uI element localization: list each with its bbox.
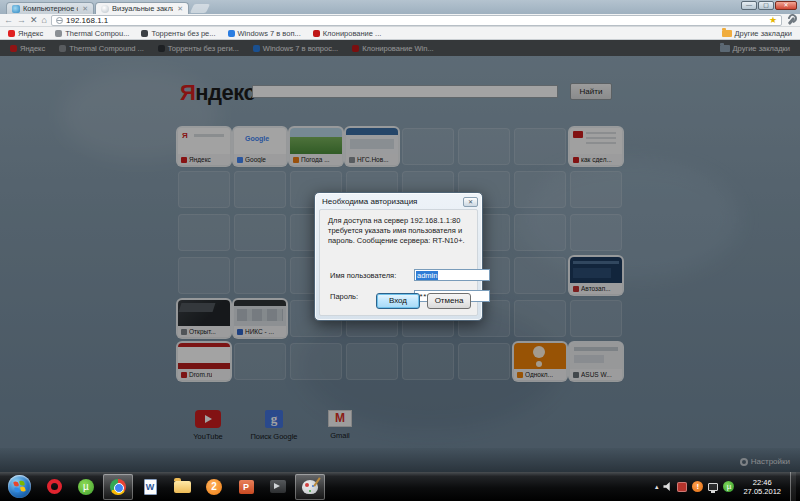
bookmark-favicon-icon <box>141 30 148 37</box>
tab-title: Визуальные закладки <box>112 4 173 13</box>
login-button[interactable]: Вход <box>376 293 420 309</box>
tab-visual-bookmarks[interactable]: Визуальные закладки ✕ <box>95 2 189 14</box>
volume-icon[interactable] <box>663 482 672 491</box>
hidden-icons-arrow-icon[interactable]: ▴ <box>655 483 659 491</box>
bookmark-label: Яндекс <box>18 29 43 38</box>
dialog-message: Для доступа на сервер 192.168.1.1:80 тре… <box>328 216 476 246</box>
taskbar-paint-button[interactable] <box>295 474 325 500</box>
bookmarks-bar: ЯндексThermal Compou...Торренты без ре..… <box>0 27 800 40</box>
home-icon[interactable]: ⌂ <box>42 15 47 26</box>
minimize-button[interactable]: — <box>741 1 757 10</box>
close-button[interactable]: ✕ <box>775 1 797 10</box>
show-desktop-button[interactable] <box>790 472 796 501</box>
backup-icon <box>270 480 286 493</box>
tab-strip: Компьютерное обору ✕ Визуальные закладки… <box>0 0 800 14</box>
taskbar-apps: µW2P <box>39 474 325 500</box>
bookmark-label: Windows 7 в воп... <box>238 29 301 38</box>
2gis-icon: 2 <box>206 479 222 495</box>
powerpoint-icon: P <box>239 480 254 494</box>
bookmark-item[interactable]: Яндекс <box>8 29 43 38</box>
username-row: Имя пользователя: admin <box>330 271 396 280</box>
bookmark-label: Торренты без ре... <box>151 29 215 38</box>
new-tab-button[interactable] <box>190 4 210 13</box>
windows-taskbar: µW2P ▴ ! µ 22:46 27.05.2012 <box>0 472 800 501</box>
bookmarks-items: ЯндексThermal Compou...Торренты без ре..… <box>8 29 381 38</box>
start-button[interactable] <box>8 475 31 498</box>
bookmark-favicon-icon <box>55 30 62 37</box>
bookmark-item[interactable]: Клонирование ... <box>313 29 382 38</box>
windows-flag-icon <box>13 480 25 492</box>
bookmark-item[interactable]: Windows 7 в воп... <box>228 29 301 38</box>
taskbar-chrome-button[interactable] <box>103 474 133 500</box>
opera-icon <box>47 479 62 494</box>
bookmark-item[interactable]: Thermal Compou... <box>55 29 129 38</box>
dialog-titlebar[interactable]: Необходима авторизация ✕ <box>315 193 482 208</box>
site-globe-icon <box>56 17 63 24</box>
tab-close-icon[interactable]: ✕ <box>82 5 88 13</box>
forward-icon[interactable]: → <box>17 15 26 26</box>
network-tray-icon[interactable] <box>708 483 718 491</box>
bookmark-item[interactable]: Торренты без ре... <box>141 29 215 38</box>
other-bookmarks-label: Другие закладки <box>735 29 792 38</box>
utorrent-icon: µ <box>78 479 94 495</box>
tab-close-icon[interactable]: ✕ <box>177 5 183 13</box>
dialog-body: Для доступа на сервер 192.168.1.1:80 тре… <box>319 209 478 316</box>
tab-title: Компьютерное обору <box>23 4 78 13</box>
stop-icon[interactable]: ✕ <box>30 15 38 26</box>
bookmark-label: Thermal Compou... <box>65 29 129 38</box>
auth-dialog: Необходима авторизация ✕ Для доступа на … <box>314 192 483 321</box>
tab2-favicon-icon <box>101 5 109 13</box>
clock-time: 22:46 <box>743 478 781 487</box>
taskbar-2gis-button[interactable]: 2 <box>199 474 229 500</box>
utorrent-tray-icon[interactable]: µ <box>723 481 734 492</box>
cancel-button[interactable]: Отмена <box>427 293 471 309</box>
taskbar-word-button[interactable]: W <box>135 474 165 500</box>
browser-window: Компьютерное обору ✕ Визуальные закладки… <box>0 0 800 501</box>
bookmark-favicon-icon <box>313 30 320 37</box>
username-field[interactable]: admin <box>414 269 490 281</box>
taskbar-opera-button[interactable] <box>39 474 69 500</box>
system-tray: ▴ ! µ 22:46 27.05.2012 <box>655 472 800 501</box>
tab1-favicon-icon <box>12 5 20 13</box>
bookmark-favicon-icon <box>228 30 235 37</box>
username-value-selected: admin <box>416 271 438 280</box>
browser-toolbar: ← → ✕ ⌂ 192.168.1.1 ★ <box>0 14 800 27</box>
paint-icon <box>302 480 318 494</box>
tab-computer-equipment[interactable]: Компьютерное обору ✕ <box>6 2 94 14</box>
bookmark-star-icon[interactable]: ★ <box>769 16 777 25</box>
taskbar-clock[interactable]: 22:46 27.05.2012 <box>739 478 785 496</box>
settings-wrench-icon[interactable] <box>786 15 796 25</box>
taskbar-powerpoint-button[interactable]: P <box>231 474 261 500</box>
clock-date: 27.05.2012 <box>743 487 781 496</box>
other-bookmarks-button[interactable]: Другие закладки <box>722 29 792 38</box>
password-label: Пароль: <box>330 292 358 301</box>
taskbar-explorer-button[interactable] <box>167 474 197 500</box>
chrome-icon <box>110 479 126 495</box>
dialog-buttons: Вход Отмена <box>376 293 471 309</box>
bookmark-favicon-icon <box>8 30 15 37</box>
dialog-close-icon[interactable]: ✕ <box>463 197 478 207</box>
dialog-title: Необходима авторизация <box>322 197 417 206</box>
taskbar-backup-button[interactable] <box>263 474 293 500</box>
taskbar-utorrent-button[interactable]: µ <box>71 474 101 500</box>
explorer-icon <box>174 481 191 493</box>
maximize-button[interactable]: ▢ <box>758 1 774 10</box>
folder-icon <box>722 30 732 37</box>
word-icon: W <box>144 479 157 495</box>
download-manager-tray-icon[interactable] <box>677 482 687 492</box>
address-bar[interactable]: 192.168.1.1 ★ <box>51 15 782 26</box>
url-text[interactable]: 192.168.1.1 <box>66 16 108 25</box>
alert-tray-icon[interactable]: ! <box>692 481 703 492</box>
password-row: Пароль: ******** <box>330 292 358 301</box>
username-label: Имя пользователя: <box>330 271 396 280</box>
window-controls: — ▢ ✕ <box>741 1 797 10</box>
bookmark-label: Клонирование ... <box>323 29 382 38</box>
back-icon[interactable]: ← <box>4 15 13 26</box>
